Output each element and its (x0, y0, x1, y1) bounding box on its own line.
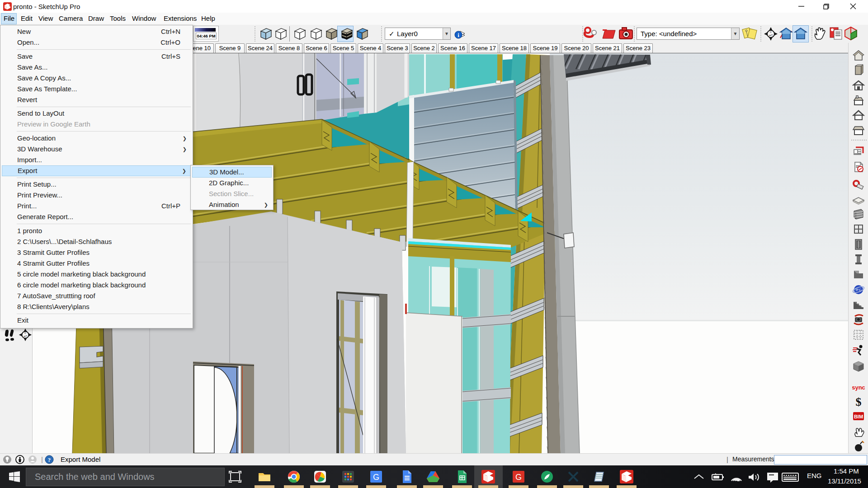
svg-text:G: G (515, 473, 522, 482)
svg-text:BIM: BIM (854, 414, 863, 419)
svg-text:$: $ (856, 395, 862, 408)
svg-text:IFC: IFC (856, 288, 862, 292)
svg-text:C: C (24, 332, 26, 334)
svg-text:æΠ: æΠ (24, 335, 27, 338)
svg-text:sync: sync (852, 384, 865, 391)
svg-text:i: i (458, 32, 459, 38)
svg-text:C: C (770, 31, 772, 33)
svg-text:?: ? (48, 456, 51, 463)
svg-text:æΠ: æΠ (769, 34, 773, 37)
svg-text:G: G (373, 473, 379, 482)
